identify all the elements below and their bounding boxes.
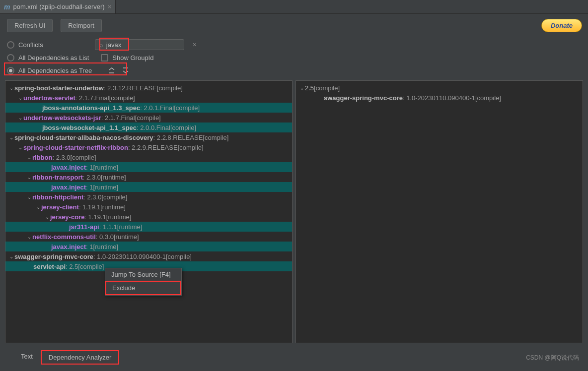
reimport-button[interactable]: Reimport xyxy=(61,19,102,32)
tree-row[interactable]: javax.inject : 1 [runtime] xyxy=(5,182,292,192)
search-box[interactable]: ⌕ × xyxy=(95,39,184,50)
close-icon[interactable]: × xyxy=(108,3,112,10)
toolbar: Refresh UI Reimport xyxy=(0,14,588,37)
dependency-name: spring-boot-starter-undertow xyxy=(14,84,104,92)
tree-row[interactable]: ⌄ribbon-transport : 2.3.0 [runtime] xyxy=(5,172,292,182)
chevron-down-icon[interactable]: ⌄ xyxy=(26,194,32,200)
chevron-down-icon[interactable]: ⌄ xyxy=(44,214,50,220)
tree-row[interactable]: ⌄spring-cloud-starter-netflix-ribbon : 2… xyxy=(5,142,292,152)
chevron-down-icon[interactable]: ⌄ xyxy=(26,155,32,160)
tab-text[interactable]: Text xyxy=(14,350,40,365)
dependency-name: jersey-core xyxy=(50,213,84,221)
radio-all-tree[interactable]: All Dependencies as Tree xyxy=(7,67,92,74)
chevron-down-icon[interactable]: ⌄ xyxy=(299,85,305,91)
dependency-name: undertow-websockets-jsr xyxy=(23,114,101,122)
chevron-down-icon[interactable]: ⌄ xyxy=(17,145,23,150)
dependency-scope: [compile] xyxy=(101,193,127,201)
tree-row[interactable]: ⌄jersey-core : 1.19.1 [runtime] xyxy=(5,212,292,222)
chevron-down-icon[interactable]: ⌄ xyxy=(26,234,32,240)
dependency-name: servlet-api xyxy=(33,263,66,270)
chevron-down-icon[interactable]: ⌄ xyxy=(17,95,23,101)
dependency-scope: [runtime] xyxy=(93,164,119,171)
dependency-name: jboss-annotations-api_1.3_spec xyxy=(42,104,140,112)
chevron-down-icon[interactable]: ⌄ xyxy=(8,254,14,259)
tree-row[interactable]: ⌄spring-boot-starter-undertow : 2.3.12.R… xyxy=(5,83,292,93)
tree-row[interactable]: swagger-spring-mvc-core : 1.0-20230110.0… xyxy=(296,93,583,103)
tree-row[interactable]: ⌄ribbon : 2.3.0 [compile] xyxy=(5,152,292,162)
radio-icon xyxy=(7,41,14,49)
expand-all-icon[interactable] xyxy=(121,65,131,75)
tree-row[interactable]: ⌄jersey-client : 1.19.1 [runtime] xyxy=(5,202,292,212)
search-icon: ⌕ xyxy=(99,41,103,49)
dependency-scope: [compile] xyxy=(170,124,196,131)
tab-title: pom.xml (zpiip-cloudhall-server) xyxy=(13,3,104,10)
tree-icon-group xyxy=(104,65,131,75)
tree-row[interactable]: javax.inject : 1 [runtime] xyxy=(5,242,292,251)
dependency-scope: [compile] xyxy=(71,154,96,161)
dependency-name: netflix-commons-util xyxy=(32,233,96,241)
dependency-name: spring-cloud-starter-alibaba-nacos-disco… xyxy=(14,134,153,141)
clear-icon[interactable]: × xyxy=(193,41,197,49)
chevron-down-icon[interactable]: ⌄ xyxy=(17,115,23,121)
dependency-name: ribbon xyxy=(32,154,52,161)
tree-row[interactable]: javax.inject : 1 [runtime] xyxy=(5,162,292,172)
dependency-scope: [runtime] xyxy=(117,223,143,231)
radio-label: All Dependencies as Tree xyxy=(18,67,92,74)
menu-jump-to-source[interactable]: Jump To Source [F4] xyxy=(105,268,181,281)
options-row-3: All Dependencies as Tree xyxy=(0,63,588,77)
options-row-1: Conflicts ⌕ × xyxy=(0,37,588,52)
dependency-name: swagger-spring-mvc-core xyxy=(324,94,403,102)
dependency-name: jsr311-api xyxy=(69,223,99,231)
dependency-scope: [compile] xyxy=(109,94,135,102)
dependency-scope: [runtime] xyxy=(93,184,119,191)
options-row-2: All Dependencies as List Show GroupId xyxy=(0,52,588,63)
dependency-scope: [runtime] xyxy=(100,203,126,211)
editor-tab-bar: m pom.xml (zpiip-cloudhall-server) × xyxy=(0,0,588,14)
chevron-down-icon[interactable]: ⌄ xyxy=(26,175,32,180)
chevron-down-icon[interactable]: ⌄ xyxy=(8,135,14,140)
dependency-name: 2.5 xyxy=(305,84,314,92)
dependency-scope: [compile] xyxy=(135,114,161,122)
tree-row[interactable]: jsr311-api : 1.1.1 [runtime] xyxy=(5,222,292,232)
left-dependency-tree[interactable]: ⌄spring-boot-starter-undertow : 2.3.12.R… xyxy=(5,80,293,343)
dependency-name: jersey-client xyxy=(41,203,79,211)
tree-row[interactable]: ⌄2.5 [compile] xyxy=(296,83,583,93)
tree-row[interactable]: ⌄undertow-servlet : 2.1.7.Final [compile… xyxy=(5,93,292,103)
file-tab[interactable]: m pom.xml (zpiip-cloudhall-server) × xyxy=(0,0,116,13)
dependency-scope: [compile] xyxy=(78,263,104,270)
dependency-scope: [compile] xyxy=(475,94,501,102)
right-dependency-tree[interactable]: ⌄2.5 [compile]swagger-spring-mvc-core : … xyxy=(295,80,583,343)
donate-button[interactable]: Donate xyxy=(541,19,582,32)
tree-row[interactable]: ⌄spring-cloud-starter-alibaba-nacos-disc… xyxy=(5,132,292,142)
tree-row[interactable]: ⌄swagger-spring-mvc-core : 1.0-20230110.… xyxy=(5,251,292,261)
checkbox-icon xyxy=(101,54,108,62)
dependency-scope: [compile] xyxy=(174,104,200,112)
refresh-button[interactable]: Refresh UI xyxy=(7,19,53,32)
search-input[interactable] xyxy=(106,41,190,49)
chevron-down-icon[interactable]: ⌄ xyxy=(35,204,41,210)
radio-conflicts[interactable]: Conflicts xyxy=(7,41,43,49)
dependency-name: ribbon-httpclient xyxy=(32,193,83,201)
dependency-name: javax.inject xyxy=(51,184,86,191)
tree-row[interactable]: ⌄undertow-websockets-jsr : 2.1.7.Final [… xyxy=(5,113,292,123)
dependency-scope: [compile] xyxy=(166,253,192,260)
radio-icon xyxy=(7,54,14,62)
tree-row[interactable]: ⌄ribbon-httpclient : 2.3.0 [compile] xyxy=(5,192,292,202)
dependency-scope: [runtime] xyxy=(114,233,139,241)
tree-row[interactable]: ⌄netflix-commons-util : 0.3.0 [runtime] xyxy=(5,232,292,242)
chevron-down-icon[interactable]: ⌄ xyxy=(8,85,14,91)
radio-all-list[interactable]: All Dependencies as List xyxy=(7,54,89,62)
menu-exclude[interactable]: Exclude xyxy=(105,281,181,295)
dependency-name: undertow-servlet xyxy=(23,94,75,102)
dependency-scope: [runtime] xyxy=(101,174,126,181)
dependency-scope: [compile] xyxy=(203,134,228,141)
dependency-name: javax.inject xyxy=(51,243,86,250)
collapse-all-icon[interactable] xyxy=(107,65,117,75)
tree-row[interactable]: jboss-websocket-api_1.1_spec : 2.0.0.Fin… xyxy=(5,123,292,132)
tab-dependency-analyzer[interactable]: Dependency Analyzer xyxy=(41,350,119,365)
tree-row[interactable]: jboss-annotations-api_1.3_spec : 2.0.1.F… xyxy=(5,103,292,113)
dependency-name: jboss-websocket-api_1.1_spec xyxy=(42,124,137,131)
bottom-tab-bar: Text Dependency Analyzer xyxy=(14,350,588,365)
checkbox-show-groupid[interactable]: Show GroupId xyxy=(101,54,153,62)
radio-label: All Dependencies as List xyxy=(18,54,89,62)
